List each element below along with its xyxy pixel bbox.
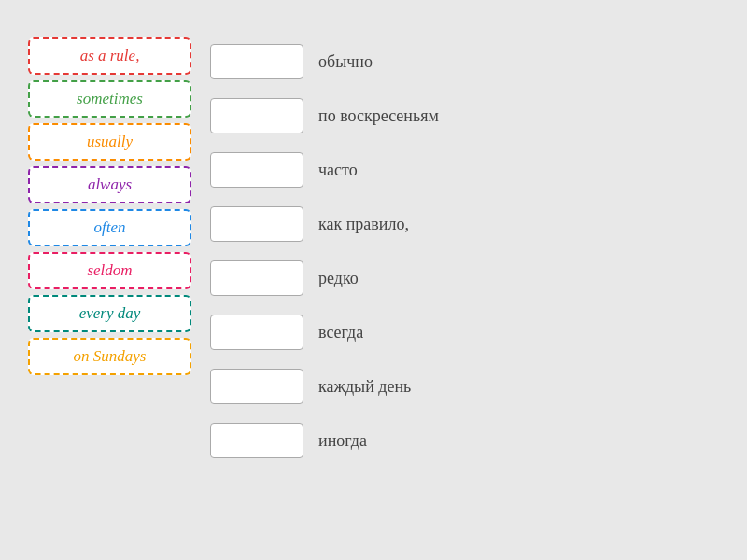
- drop-box-r2[interactable]: [210, 98, 303, 133]
- match-row-r7: каждый день: [210, 362, 719, 411]
- drop-box-r6[interactable]: [210, 315, 303, 350]
- word-card-often[interactable]: often: [28, 209, 191, 246]
- word-card-usually[interactable]: usually: [28, 123, 191, 161]
- match-row-r5: редко: [210, 254, 719, 302]
- word-card-as-a-rule[interactable]: as a rule,: [28, 37, 191, 75]
- word-card-sometimes[interactable]: sometimes: [28, 80, 191, 118]
- russian-label-r4: как правило,: [318, 215, 409, 234]
- russian-label-r8: иногда: [318, 431, 367, 451]
- match-row-r3: часто: [210, 146, 719, 194]
- word-card-every-day[interactable]: every day: [28, 295, 191, 332]
- match-column: обычнопо воскресеньямчастокак правило,ре…: [210, 37, 719, 465]
- drop-box-r1[interactable]: [210, 44, 303, 79]
- match-row-r1: обычно: [210, 37, 719, 86]
- russian-label-r1: обычно: [318, 52, 373, 72]
- russian-label-r6: всегда: [318, 323, 363, 343]
- word-card-seldom[interactable]: seldom: [28, 252, 191, 289]
- match-row-r4: как правило,: [210, 200, 719, 248]
- match-row-r2: по воскресеньям: [210, 91, 719, 140]
- main-container: as a rule,sometimesusuallyalwaysoftensel…: [9, 19, 738, 541]
- word-card-always[interactable]: always: [28, 166, 191, 203]
- word-card-on-sundays[interactable]: on Sundays: [28, 338, 191, 375]
- russian-label-r5: редко: [318, 269, 359, 288]
- drop-box-r4[interactable]: [210, 206, 303, 242]
- match-row-r6: всегда: [210, 308, 719, 357]
- russian-label-r7: каждый день: [318, 377, 411, 397]
- russian-label-r2: по воскресеньям: [318, 106, 439, 126]
- drop-box-r5[interactable]: [210, 260, 303, 296]
- drop-box-r8[interactable]: [210, 423, 303, 458]
- drop-box-r3[interactable]: [210, 152, 303, 188]
- drop-box-r7[interactable]: [210, 369, 303, 404]
- russian-label-r3: часто: [318, 161, 358, 180]
- match-row-r8: иногда: [210, 416, 719, 465]
- word-cards-column: as a rule,sometimesusuallyalwaysoftensel…: [28, 37, 191, 375]
